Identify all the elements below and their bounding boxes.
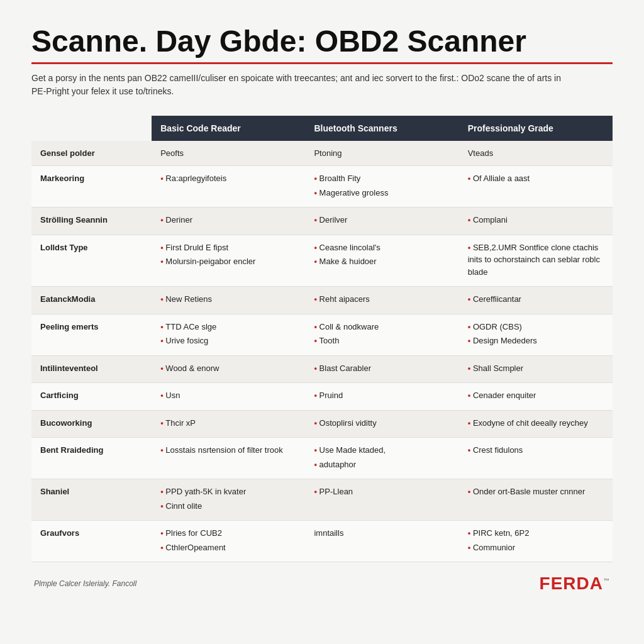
footer: Plmple Calcer Islerialy. Fancoll FERDA™: [31, 574, 613, 594]
table-header-label: [31, 116, 152, 141]
row-label: Cartficing: [31, 383, 152, 411]
cell-professional: SEB,2.UMR Sontfice clone ctachis inits t…: [459, 235, 613, 287]
row-label: Strölling Seannin: [31, 208, 152, 235]
page-title: Scanne. Day Gbde: OBD2 Scanner: [31, 25, 613, 58]
table-header-professional: Professionaly Grade: [459, 116, 613, 141]
cell-professional: Onder ort-Basle muster cnnner: [459, 479, 613, 521]
footer-text: Plmple Calcer Islerialy. Fancoll: [34, 579, 136, 588]
cell-professional: Complani: [459, 208, 613, 235]
table-row: Peeling emertsTTD ACe slgeUrive fosicgCo…: [31, 314, 613, 355]
cell-basic: Losstais nsrtension of filter trook: [152, 438, 305, 479]
row-label: Intilinteventeol: [31, 355, 152, 383]
decorative-red-line: [31, 62, 613, 64]
subtitle-text: Get a porsy in the nents pan OB22 cameII…: [31, 72, 572, 98]
cell-bluetooth: Coll & nodkwareTooth: [305, 314, 458, 355]
row-label: Shaniel: [31, 479, 152, 521]
row-label: Bent Rraideding: [31, 438, 152, 479]
cell-basic: TTD ACe slgeUrive fosicg: [152, 314, 305, 355]
table-header-bluetooth: Bluetooth Scanners: [305, 116, 458, 141]
brand-logo: FERDA™: [540, 574, 610, 594]
cell-professional: Shall Scmpler: [459, 355, 613, 383]
row-label: Peeling emerts: [31, 314, 152, 355]
cell-bluetooth: Ptoning: [305, 141, 458, 166]
row-label: Lolldst Type: [31, 235, 152, 287]
table-row: GraufvorsPlries for CUB2CthlerOpeamentim…: [31, 521, 613, 562]
cell-bluetooth: imntaills: [305, 521, 458, 562]
cell-basic: Deriner: [152, 208, 305, 235]
cell-bluetooth: Ostoplirsi viditty: [305, 410, 458, 438]
row-label: Graufvors: [31, 521, 152, 562]
table-header-basic: Basic Code Reader: [152, 116, 305, 141]
cell-professional: Of Alliale a aast: [459, 166, 613, 208]
row-label: Markeoring: [31, 166, 152, 208]
table-row: ShanielPPD yath-5K in kvaterCinnt oliteP…: [31, 479, 613, 521]
cell-basic: Peofts: [152, 141, 305, 166]
cell-bluetooth: Derilver: [305, 208, 458, 235]
comparison-table: Basic Code Reader Bluetooth Scanners Pro…: [31, 116, 613, 563]
row-label: Bucoworking: [31, 410, 152, 438]
cell-bluetooth: PP-Llean: [305, 479, 458, 521]
cell-basic: Wood & enorw: [152, 355, 305, 383]
cell-bluetooth: Pruind: [305, 383, 458, 411]
table-row: IntilinteventeolWood & enorwBlast Carabl…: [31, 355, 613, 383]
cell-bluetooth: Broalth FityMagerative groless: [305, 166, 458, 208]
table-row: MarkeoringRa:aprlegyifoteisBroalth FityM…: [31, 166, 613, 208]
cell-professional: PIRC ketn, 6P2Communior: [459, 521, 613, 562]
cell-basic: Thcir xP: [152, 410, 305, 438]
cell-basic: Plries for CUB2CthlerOpeament: [152, 521, 305, 562]
table-row: Bent RraidedingLosstais nsrtension of fi…: [31, 438, 613, 479]
table-row: Gensel polderPeoftsPtoningVteads: [31, 141, 613, 166]
cell-professional: Exodyne of chit deeally reychey: [459, 410, 613, 438]
cell-bluetooth: Ceasne lincolal'sMake & huidoer: [305, 235, 458, 287]
cell-professional: Crest fidulons: [459, 438, 613, 479]
row-label: Gensel polder: [31, 141, 152, 166]
cell-basic: Ra:aprlegyifoteis: [152, 166, 305, 208]
cell-professional: Cenader enquiter: [459, 383, 613, 411]
cell-bluetooth: Reht aipacers: [305, 287, 458, 314]
cell-bluetooth: Blast Carabler: [305, 355, 458, 383]
cell-basic: New Retiens: [152, 287, 305, 314]
cell-basic: Usn: [152, 383, 305, 411]
cell-bluetooth: Use Made ktaded,adutaphor: [305, 438, 458, 479]
cell-professional: Vteads: [459, 141, 613, 166]
cell-basic: First Druld E fipstMolursin-peigabor enc…: [152, 235, 305, 287]
cell-professional: Cereffiicantar: [459, 287, 613, 314]
table-row: BucoworkingThcir xPOstoplirsi vidittyExo…: [31, 410, 613, 438]
table-row: EatanckModiaNew RetiensReht aipacersCere…: [31, 287, 613, 314]
table-row: Strölling SeanninDerinerDerilverComplani: [31, 208, 613, 235]
row-label: EatanckModia: [31, 287, 152, 314]
cell-professional: OGDR (CBS)Design Mededers: [459, 314, 613, 355]
table-row: Lolldst TypeFirst Druld E fipstMolursin-…: [31, 235, 613, 287]
cell-basic: PPD yath-5K in kvaterCinnt olite: [152, 479, 305, 521]
table-row: CartficingUsnPruindCenader enquiter: [31, 383, 613, 411]
